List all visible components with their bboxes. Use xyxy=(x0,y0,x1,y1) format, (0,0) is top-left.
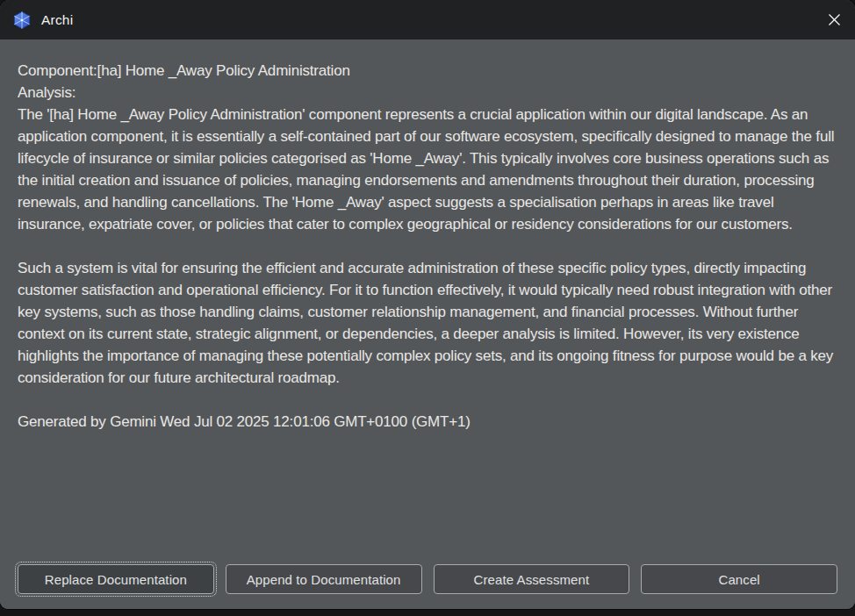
append-to-documentation-button[interactable]: Append to Documentation xyxy=(226,564,422,594)
create-assessment-button[interactable]: Create Assessment xyxy=(434,564,630,594)
window-title: Archi xyxy=(41,12,73,28)
dialog-button-row: Replace Documentation Append to Document… xyxy=(18,564,837,595)
component-title-line: Component:[ha] Home _Away Policy Adminis… xyxy=(18,60,837,82)
paragraph-gap xyxy=(18,235,837,257)
cancel-button[interactable]: Cancel xyxy=(641,564,837,594)
dialog-content: Component:[ha] Home _Away Policy Adminis… xyxy=(0,39,855,609)
generated-by-line: Generated by Gemini Wed Jul 02 2025 12:0… xyxy=(18,411,837,433)
analysis-text-area: Component:[ha] Home _Away Policy Adminis… xyxy=(18,60,837,564)
replace-documentation-button[interactable]: Replace Documentation xyxy=(18,564,214,594)
close-icon[interactable] xyxy=(813,0,855,39)
analysis-paragraph-2: Such a system is vital for ensuring the … xyxy=(18,257,837,389)
archi-dialog-window: Archi Component:[ha] Home _Away Policy A… xyxy=(0,0,855,609)
paragraph-gap xyxy=(18,389,837,411)
archi-logo-icon xyxy=(12,11,32,30)
titlebar[interactable]: Archi xyxy=(0,0,855,39)
analysis-paragraph-1: The '[ha] Home _Away Policy Administrati… xyxy=(18,104,837,235)
analysis-label: Analysis: xyxy=(18,82,837,104)
